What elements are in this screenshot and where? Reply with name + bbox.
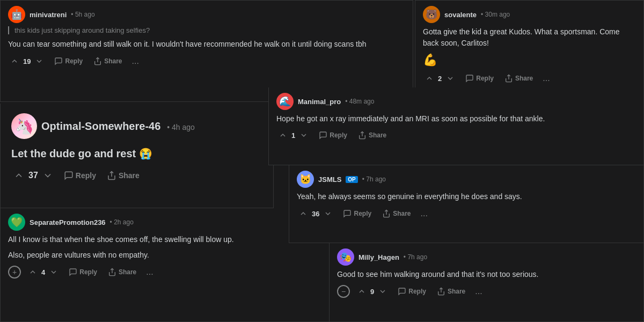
upvote-btn-sovalente[interactable] <box>423 72 436 85</box>
expand-btn-separate[interactable]: + <box>8 266 21 279</box>
comment-body-optimal: Let the dude go and rest 😭 <box>11 145 262 162</box>
emoji-sovalente: 💪 <box>423 53 636 67</box>
comment-body2-separate: Also, people are vultures with no empath… <box>8 250 325 261</box>
more-btn-separate[interactable]: ... <box>143 265 156 279</box>
avatar-minivatreni: 🤖 <box>8 6 25 23</box>
timestamp-optimal: • 4h ago <box>167 123 195 131</box>
downvote-btn-milly[interactable] <box>376 285 389 298</box>
reply-btn-minivatreni[interactable]: Reply <box>50 55 87 68</box>
timestamp-separate: • 2h ago <box>110 218 134 226</box>
share-btn-manimal[interactable]: Share <box>354 129 391 142</box>
reply-btn-sovalente[interactable]: Reply <box>461 72 498 85</box>
comment-separate: 💚 SeparatePromotion236 • 2h ago All I kn… <box>0 208 333 322</box>
timestamp-milly: • 7h ago <box>404 253 427 261</box>
comment-jsmls: 🐱 JSMLS OP • 7h ago Yeah, he always seem… <box>289 165 644 243</box>
comment-body-jsmls: Yeah, he always seems so genuine in ever… <box>297 191 636 202</box>
share-btn-separate[interactable]: Share <box>104 266 141 279</box>
more-btn-jsmls[interactable]: ... <box>418 207 431 221</box>
comment-minivatreni: 🤖 minivatreni • 5h ago this kids just sk… <box>0 0 413 102</box>
upvote-btn-optimal[interactable] <box>11 168 26 183</box>
vote-count-minivatreni: 19 <box>23 57 31 65</box>
reply-btn-manimal[interactable]: Reply <box>314 129 352 142</box>
vote-count-optimal: 37 <box>28 171 38 180</box>
avatar-optimal: 🦄 <box>11 113 37 139</box>
comment-manimal: 🌊 Manimal_pro • 48m ago Hope he got an x… <box>268 87 644 165</box>
upvote-btn-jsmls[interactable] <box>297 207 310 220</box>
comment-optimal: 🦄 Optimal-Somewhere-46 • 4h ago Let the … <box>0 104 274 208</box>
share-btn-optimal[interactable]: Share <box>103 169 144 182</box>
avatar-milly: 🎭 <box>337 248 354 266</box>
avatar-manimal: 🌊 <box>276 93 294 110</box>
downvote-btn-separate[interactable] <box>47 266 60 279</box>
comment-body-milly: Good to see him walking around and that … <box>337 269 636 280</box>
username-minivatreni: minivatreni <box>30 11 67 19</box>
username-optimal: Optimal-Somewhere-46 <box>41 120 160 132</box>
downvote-btn-jsmls[interactable] <box>321 207 334 220</box>
comment-body-manimal: Hope he got an x ray immediately and an … <box>276 113 636 125</box>
upvote-btn-manimal[interactable] <box>276 129 289 142</box>
comment-body-minivatreni: You can tear something and still walk on… <box>8 39 405 50</box>
comment-milly: 🎭 Milly_Hagen • 7h ago Good to see him w… <box>329 243 644 322</box>
vote-count-milly: 9 <box>370 288 374 296</box>
username-manimal: Manimal_pro <box>298 98 341 106</box>
reply-btn-milly[interactable]: Reply <box>393 285 430 298</box>
share-btn-minivatreni[interactable]: Share <box>89 55 126 68</box>
username-milly: Milly_Hagen <box>358 253 399 261</box>
share-btn-milly[interactable]: Share <box>433 285 470 298</box>
share-btn-jsmls[interactable]: Share <box>378 207 415 220</box>
share-btn-sovalente[interactable]: Share <box>500 72 537 85</box>
vote-count-sovalente: 2 <box>438 75 442 83</box>
username-separate: SeparatePromotion236 <box>30 218 106 226</box>
username-jsmls: JSMLS <box>318 175 341 184</box>
username-sovalente: sovalente <box>444 11 477 19</box>
downvote-btn-manimal[interactable] <box>297 129 310 142</box>
comment-body1-separate: All I know is that when the shoe comes o… <box>8 234 325 245</box>
timestamp-sovalente: • 30m ago <box>481 11 510 18</box>
comment-body-sovalente: Gotta give the kid a great Kudos. What a… <box>423 26 636 49</box>
timestamp-minivatreni: • 5h ago <box>71 11 94 18</box>
timestamp-jsmls: • 7h ago <box>362 175 386 183</box>
downvote-btn-minivatreni[interactable] <box>33 55 46 68</box>
upvote-btn-milly[interactable] <box>355 285 368 298</box>
indented-quote: this kids just skipping around taking se… <box>8 26 405 34</box>
downvote-btn-optimal[interactable] <box>40 168 55 183</box>
vote-count-jsmls: 36 <box>312 210 319 218</box>
vote-count-separate: 4 <box>41 268 45 276</box>
downvote-btn-sovalente[interactable] <box>444 72 457 85</box>
avatar-separate: 💚 <box>8 214 25 231</box>
avatar-jsmls: 🐱 <box>297 171 314 188</box>
timestamp-manimal: • 48m ago <box>345 98 374 105</box>
reply-btn-jsmls[interactable]: Reply <box>339 207 376 220</box>
upvote-btn-minivatreni[interactable] <box>8 55 21 68</box>
more-btn-sovalente[interactable]: ... <box>539 71 553 85</box>
vote-count-manimal: 1 <box>291 131 295 140</box>
reply-btn-separate[interactable]: Reply <box>64 266 101 279</box>
op-badge-jsmls: OP <box>346 176 357 183</box>
upvote-btn-separate[interactable] <box>26 266 39 279</box>
reply-btn-optimal[interactable]: Reply <box>60 169 100 182</box>
more-btn-milly[interactable]: ... <box>472 284 485 298</box>
collapse-btn-milly[interactable]: − <box>337 285 350 298</box>
avatar-sovalente: 🐻 <box>423 6 440 23</box>
more-btn-minivatreni[interactable]: ... <box>129 54 142 68</box>
